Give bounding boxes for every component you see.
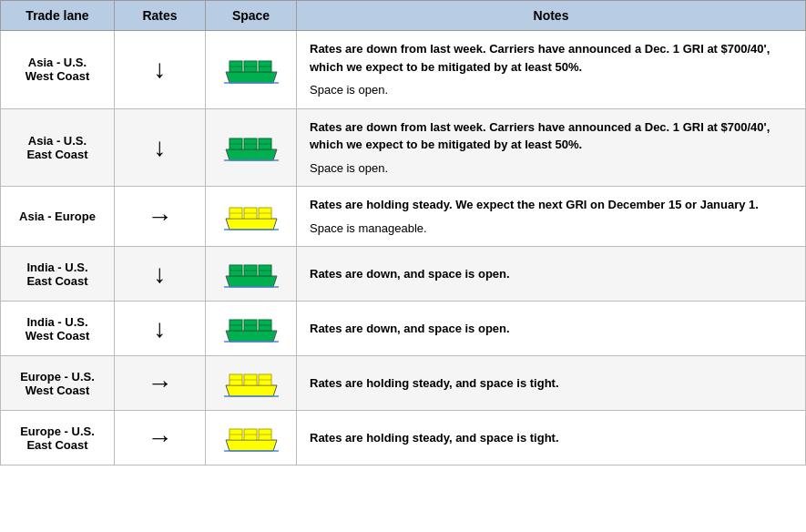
ship-icon: [213, 311, 289, 346]
table-row: India - U.S.East Coast↓ Rates are down, …: [1, 247, 806, 302]
ship-icon: [213, 256, 289, 292]
note-line-1: Rates are down from last week. Carriers …: [310, 40, 792, 76]
trade-lane-cell: Asia - U.S.East Coast: [1, 108, 115, 187]
arrow-right-icon: →: [148, 369, 173, 398]
table-row: Asia - U.S.West Coast↓ Rates are down fr…: [1, 31, 806, 109]
note-text: Rates are down from last week. Carriers …: [310, 40, 792, 99]
arrow-down-icon: ↓: [154, 55, 167, 84]
rate-direction-cell: ↓: [115, 31, 206, 109]
notes-cell: Rates are holding steady, and space is t…: [297, 411, 806, 466]
rate-direction-cell: →: [115, 187, 206, 247]
note-text: Rates are holding steady, and space is t…: [310, 429, 792, 447]
col-header-notes: Notes: [297, 1, 806, 31]
note-line-1: Rates are down, and space is open.: [310, 320, 792, 338]
svg-marker-0: [226, 72, 277, 83]
table-row: India - U.S.West Coast↓ Rates are down, …: [1, 302, 806, 356]
rate-direction-cell: ↓: [115, 247, 206, 302]
note-text: Rates are holding steady. We expect the …: [310, 196, 792, 237]
note-line-2: Space is open.: [310, 159, 792, 178]
space-cell: [206, 31, 297, 109]
arrow-right-icon: →: [148, 424, 173, 453]
ship-icon: [213, 365, 289, 401]
note-text: Rates are down from last week. Carriers …: [310, 118, 792, 178]
note-line-2: Space is open.: [310, 81, 792, 99]
col-header-space: Space: [206, 1, 297, 31]
col-header-rates: Rates: [115, 1, 206, 31]
table-row: Asia - U.S.East Coast↓ Rates are down fr…: [1, 108, 806, 187]
note-line-2: Space is manageable.: [310, 220, 792, 238]
svg-marker-32: [226, 331, 277, 342]
trade-lane-cell: Europe - U.S.East Coast: [1, 411, 115, 466]
table-row: Asia - Europe→ Rates are holding steady.…: [1, 187, 806, 247]
table-row: Europe - U.S.West Coast→ Rates are holdi…: [1, 356, 806, 411]
ship-icon: [213, 199, 289, 234]
arrow-down-icon: ↓: [154, 314, 167, 343]
space-cell: [206, 411, 297, 466]
space-cell: [206, 187, 297, 247]
trade-lane-cell: India - U.S.West Coast: [1, 302, 115, 356]
table-row: Europe - U.S.East Coast→ Rates are holdi…: [1, 411, 806, 466]
ship-icon: [213, 52, 289, 87]
space-cell: [206, 108, 297, 187]
notes-cell: Rates are down, and space is open.: [297, 302, 806, 356]
arrow-down-icon: ↓: [154, 260, 167, 289]
svg-marker-16: [226, 219, 277, 230]
trade-lane-cell: Asia - U.S.West Coast: [1, 31, 115, 109]
trade-lane-cell: India - U.S.East Coast: [1, 247, 115, 302]
trade-lane-cell: Europe - U.S.West Coast: [1, 356, 115, 411]
svg-marker-40: [226, 385, 277, 396]
svg-marker-8: [226, 149, 277, 160]
note-line-1: Rates are down, and space is open.: [310, 265, 792, 283]
note-line-1: Rates are holding steady. We expect the …: [310, 196, 792, 214]
notes-cell: Rates are down from last week. Carriers …: [297, 108, 806, 187]
note-text: Rates are holding steady, and space is t…: [310, 374, 792, 393]
note-line-1: Rates are holding steady, and space is t…: [310, 429, 792, 447]
notes-cell: Rates are holding steady, and space is t…: [297, 356, 806, 411]
trade-lane-cell: Asia - Europe: [1, 187, 115, 247]
note-line-1: Rates are down from last week. Carriers …: [310, 118, 792, 154]
rate-direction-cell: ↓: [115, 108, 206, 187]
notes-cell: Rates are down, and space is open.: [297, 247, 806, 302]
rates-table: Trade lane Rates Space Notes Asia - U.S.…: [0, 0, 806, 466]
rate-direction-cell: →: [115, 356, 206, 411]
notes-cell: Rates are down from last week. Carriers …: [297, 31, 806, 109]
col-header-trade-lane: Trade lane: [1, 1, 115, 31]
ship-icon: [213, 129, 289, 165]
note-line-1: Rates are holding steady, and space is t…: [310, 374, 792, 393]
ship-icon: [213, 420, 289, 455]
note-text: Rates are down, and space is open.: [310, 265, 792, 283]
rate-direction-cell: ↓: [115, 302, 206, 356]
space-cell: [206, 356, 297, 411]
space-cell: [206, 247, 297, 302]
note-text: Rates are down, and space is open.: [310, 320, 792, 338]
arrow-down-icon: ↓: [154, 133, 167, 162]
notes-cell: Rates are holding steady. We expect the …: [297, 187, 806, 247]
svg-marker-48: [226, 440, 277, 451]
svg-marker-24: [226, 276, 277, 287]
space-cell: [206, 302, 297, 356]
rate-direction-cell: →: [115, 411, 206, 466]
arrow-right-icon: →: [148, 202, 173, 231]
